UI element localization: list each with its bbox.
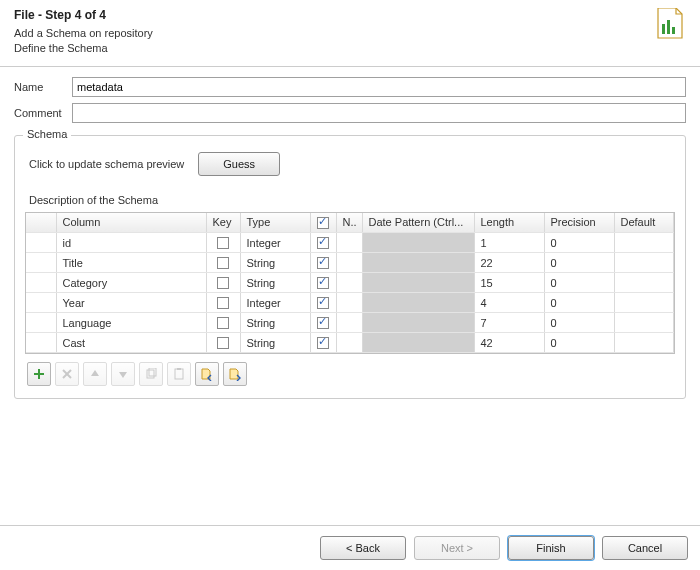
cell-key[interactable] bbox=[206, 253, 240, 273]
table-row[interactable]: CastString420 bbox=[26, 333, 674, 353]
back-button[interactable]: < Back bbox=[320, 536, 406, 560]
cell-n[interactable] bbox=[310, 253, 336, 273]
move-up-button[interactable] bbox=[83, 362, 107, 386]
wizard-header: File - Step 4 of 4 Add a Schema on repos… bbox=[0, 0, 700, 67]
cell-date-pattern[interactable] bbox=[362, 333, 474, 353]
comment-label: Comment bbox=[14, 107, 72, 119]
cell-default[interactable] bbox=[614, 253, 674, 273]
cell-date-pattern[interactable] bbox=[362, 233, 474, 253]
svg-rect-7 bbox=[147, 370, 154, 378]
cell-key[interactable] bbox=[206, 293, 240, 313]
th-default[interactable]: Default bbox=[614, 213, 674, 233]
page-title: File - Step 4 of 4 bbox=[14, 8, 153, 22]
cell-date-pattern[interactable] bbox=[362, 293, 474, 313]
cell-column[interactable]: Cast bbox=[56, 333, 206, 353]
cell-column[interactable]: Title bbox=[56, 253, 206, 273]
svg-rect-2 bbox=[672, 27, 675, 34]
cell-type[interactable]: String bbox=[240, 253, 310, 273]
cell-n[interactable] bbox=[310, 233, 336, 253]
cell-precision[interactable]: 0 bbox=[544, 273, 614, 293]
svg-rect-9 bbox=[175, 369, 183, 379]
cell-type[interactable]: String bbox=[240, 313, 310, 333]
schema-toolbar bbox=[27, 362, 675, 386]
cell-key[interactable] bbox=[206, 313, 240, 333]
cell-key[interactable] bbox=[206, 233, 240, 253]
cell-n[interactable] bbox=[310, 333, 336, 353]
finish-button[interactable]: Finish bbox=[508, 536, 594, 560]
cell-default[interactable] bbox=[614, 233, 674, 253]
cell-length[interactable]: 4 bbox=[474, 293, 544, 313]
cell-n[interactable] bbox=[310, 293, 336, 313]
schema-desc-label: Description of the Schema bbox=[29, 194, 675, 206]
guess-button[interactable]: Guess bbox=[198, 152, 280, 176]
cell-default[interactable] bbox=[614, 313, 674, 333]
cell-column[interactable]: Language bbox=[56, 313, 206, 333]
cell-precision[interactable]: 0 bbox=[544, 333, 614, 353]
schema-legend: Schema bbox=[23, 128, 71, 140]
th-date-pattern[interactable]: Date Pattern (Ctrl... bbox=[362, 213, 474, 233]
table-row[interactable]: idInteger10 bbox=[26, 233, 674, 253]
preview-text: Click to update schema preview bbox=[29, 158, 184, 170]
wizard-footer: < Back Next > Finish Cancel bbox=[0, 525, 700, 570]
cell-default[interactable] bbox=[614, 293, 674, 313]
page-subtitle-1: Add a Schema on repository bbox=[14, 26, 153, 41]
cell-date-pattern[interactable] bbox=[362, 273, 474, 293]
remove-row-button[interactable] bbox=[55, 362, 79, 386]
schema-table: Column Key Type N.. Date Pattern (Ctrl..… bbox=[25, 212, 675, 355]
cell-length[interactable]: 15 bbox=[474, 273, 544, 293]
cell-column[interactable]: Year bbox=[56, 293, 206, 313]
cell-type[interactable]: String bbox=[240, 273, 310, 293]
th-length[interactable]: Length bbox=[474, 213, 544, 233]
file-schema-icon bbox=[654, 8, 686, 40]
cell-length[interactable]: 22 bbox=[474, 253, 544, 273]
next-button[interactable]: Next > bbox=[414, 536, 500, 560]
cell-precision[interactable]: 0 bbox=[544, 253, 614, 273]
cell-n[interactable] bbox=[310, 273, 336, 293]
move-down-button[interactable] bbox=[111, 362, 135, 386]
cell-type[interactable]: Integer bbox=[240, 293, 310, 313]
page-subtitle-2: Define the Schema bbox=[14, 41, 153, 56]
cell-length[interactable]: 42 bbox=[474, 333, 544, 353]
cell-default[interactable] bbox=[614, 273, 674, 293]
cell-length[interactable]: 1 bbox=[474, 233, 544, 253]
table-row[interactable]: LanguageString70 bbox=[26, 313, 674, 333]
svg-rect-4 bbox=[34, 373, 44, 375]
cell-column[interactable]: id bbox=[56, 233, 206, 253]
cell-type[interactable]: String bbox=[240, 333, 310, 353]
add-row-button[interactable] bbox=[27, 362, 51, 386]
table-row[interactable]: CategoryString150 bbox=[26, 273, 674, 293]
cell-date-pattern[interactable] bbox=[362, 253, 474, 273]
th-column[interactable]: Column bbox=[56, 213, 206, 233]
schema-fieldset: Schema Click to update schema preview Gu… bbox=[14, 135, 686, 400]
cell-column[interactable]: Category bbox=[56, 273, 206, 293]
cell-key[interactable] bbox=[206, 333, 240, 353]
copy-button[interactable] bbox=[139, 362, 163, 386]
cancel-button[interactable]: Cancel bbox=[602, 536, 688, 560]
cell-key[interactable] bbox=[206, 273, 240, 293]
cell-type[interactable]: Integer bbox=[240, 233, 310, 253]
paste-button[interactable] bbox=[167, 362, 191, 386]
import-schema-button[interactable] bbox=[195, 362, 219, 386]
svg-rect-8 bbox=[149, 368, 156, 376]
cell-date-pattern[interactable] bbox=[362, 313, 474, 333]
cell-length[interactable]: 7 bbox=[474, 313, 544, 333]
table-header-row: Column Key Type N.. Date Pattern (Ctrl..… bbox=[26, 213, 674, 233]
th-key[interactable]: Key bbox=[206, 213, 240, 233]
th-precision[interactable]: Precision bbox=[544, 213, 614, 233]
cell-precision[interactable]: 0 bbox=[544, 233, 614, 253]
svg-rect-10 bbox=[177, 368, 181, 370]
cell-n[interactable] bbox=[310, 313, 336, 333]
cell-precision[interactable]: 0 bbox=[544, 313, 614, 333]
cell-precision[interactable]: 0 bbox=[544, 293, 614, 313]
svg-rect-0 bbox=[662, 24, 665, 34]
svg-rect-1 bbox=[667, 20, 670, 34]
th-type[interactable]: Type bbox=[240, 213, 310, 233]
table-row[interactable]: TitleString220 bbox=[26, 253, 674, 273]
cell-default[interactable] bbox=[614, 333, 674, 353]
th-n[interactable]: N.. bbox=[336, 213, 362, 233]
table-row[interactable]: YearInteger40 bbox=[26, 293, 674, 313]
comment-input[interactable] bbox=[72, 103, 686, 123]
export-schema-button[interactable] bbox=[223, 362, 247, 386]
th-n-checkbox[interactable] bbox=[310, 213, 336, 233]
name-input[interactable] bbox=[72, 77, 686, 97]
